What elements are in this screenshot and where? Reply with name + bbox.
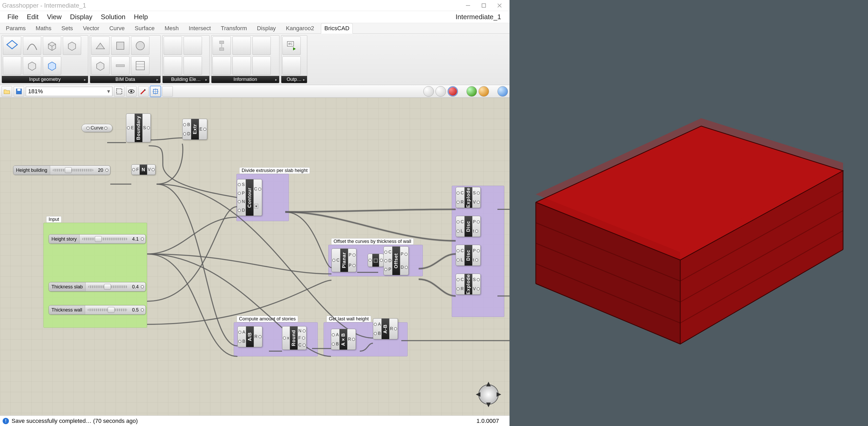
save-file-button[interactable]	[14, 86, 24, 97]
ribbon-btn-curve-param[interactable]	[23, 36, 41, 55]
canvas-viewport[interactable]: Input Divide extrusion per slab height O…	[0, 98, 509, 416]
preview-selected[interactable]	[466, 86, 477, 97]
component-negate[interactable]: F N V	[131, 164, 155, 175]
tab-kangaroo2[interactable]: Kangaroo2	[283, 23, 317, 33]
slider-height-building[interactable]: Height building 20	[13, 165, 110, 175]
svg-marker-27	[476, 392, 480, 397]
tab-sets[interactable]: Sets	[58, 23, 76, 33]
component-subtract[interactable]: AB A-B R	[373, 318, 398, 339]
ribbon-btn-info-a[interactable]	[213, 36, 231, 55]
component-explode-1-label: Explode	[466, 187, 471, 208]
tab-bricscad[interactable]: BricsCAD	[321, 23, 353, 34]
window-close-button[interactable]	[492, 0, 507, 11]
ribbon-btn-bim-filter[interactable]	[131, 36, 149, 55]
zoom-extents-button[interactable]	[114, 86, 124, 97]
ribbon-btn-out-settings[interactable]	[282, 57, 301, 75]
ribbon-btn-info-c[interactable]	[252, 36, 271, 55]
display-mode-shaded[interactable]	[447, 86, 458, 97]
ribbon-group-building-elements[interactable]: Building Ele…	[162, 76, 209, 83]
group-divide-label: Divide extrusion per slab height	[239, 167, 310, 174]
ribbon-btn-empty1[interactable]	[3, 57, 21, 75]
svg-marker-28	[497, 392, 501, 397]
ribbon-btn-bld-b[interactable]	[184, 36, 202, 55]
window-minimize-button[interactable]	[460, 0, 476, 11]
component-extrude[interactable]: B D Extr E	[182, 119, 207, 140]
preview-toggle-button[interactable]	[126, 86, 136, 97]
ribbon-group-information[interactable]: Information	[211, 76, 279, 83]
ribbon-btn-bld-a[interactable]	[164, 36, 182, 55]
menu-view[interactable]: View	[43, 11, 66, 23]
menu-file[interactable]: File	[3, 11, 23, 23]
tab-intersect[interactable]: Intersect	[185, 23, 214, 33]
tab-transform[interactable]: Transform	[218, 23, 250, 33]
ribbon: Input geometry BIM Data	[0, 34, 509, 85]
component-round[interactable]: x Round NFC	[282, 326, 307, 350]
component-division[interactable]: AB A/B R	[238, 326, 262, 347]
component-disc-2[interactable]: CL Disc Pt	[456, 245, 480, 266]
ribbon-btn-bim-profile[interactable]	[111, 57, 129, 75]
ribbon-btn-info-e[interactable]	[232, 57, 251, 75]
window-title: Grasshopper - Intermediate_1	[2, 2, 86, 9]
model-viewport[interactable]	[509, 0, 868, 426]
canvas-compass-icon[interactable]	[474, 380, 503, 409]
component-explode-2[interactable]: CR Explode SV	[456, 274, 480, 295]
menu-solution[interactable]: Solution	[97, 11, 130, 23]
slider-height-story[interactable]: Height story 4.1	[49, 234, 146, 244]
tab-surface[interactable]: Surface	[131, 23, 158, 33]
component-contour[interactable]: S P N D Contour C▾	[237, 179, 262, 216]
ribbon-btn-bim-table[interactable]	[131, 57, 149, 75]
preview-mesh-settings[interactable]	[478, 86, 489, 97]
display-mode-ghost[interactable]	[435, 86, 446, 97]
slider-thickness-slab-value: 0.4	[130, 284, 141, 290]
menu-display[interactable]: Display	[66, 11, 97, 23]
param-curve[interactable]: Curve	[82, 124, 113, 132]
component-multiply[interactable]: AB A×B R	[331, 329, 356, 350]
ribbon-btn-bld-c[interactable]	[164, 57, 182, 75]
ribbon-group-bim-data[interactable]: BIM Data	[90, 76, 160, 83]
open-file-button[interactable]	[2, 86, 12, 97]
ribbon-btn-bim-get[interactable]	[91, 36, 110, 55]
component-division-label: A/B	[247, 332, 253, 341]
svg-point-20	[130, 90, 132, 92]
ribbon-btn-mesh-param[interactable]	[23, 57, 41, 75]
document-preview-toggle[interactable]	[497, 86, 508, 97]
ribbon-btn-info-f[interactable]	[252, 57, 271, 75]
ribbon-btn-bim-info[interactable]	[91, 57, 110, 75]
ribbon-btn-bld-d[interactable]	[184, 57, 202, 75]
menu-help[interactable]: Help	[130, 11, 152, 23]
tab-params[interactable]: Params	[3, 23, 29, 33]
display-mode-wire[interactable]	[423, 86, 434, 97]
window-maximize-button[interactable]	[476, 0, 492, 11]
ribbon-btn-geom-param[interactable]	[43, 57, 61, 75]
status-message: Save successfully completed… (70 seconds…	[11, 418, 138, 424]
zoom-combobox[interactable]: 181%	[26, 87, 113, 96]
ribbon-btn-bim-set[interactable]	[111, 36, 129, 55]
component-explode-1[interactable]: CR Explode SV	[456, 187, 480, 208]
ribbon-btn-ifc-export[interactable]: IFC	[282, 36, 301, 55]
tab-curve[interactable]: Curve	[106, 23, 128, 33]
named-views-button[interactable]	[150, 86, 161, 97]
component-boundary[interactable]: E Boundary S	[126, 114, 151, 142]
sketch-button[interactable]	[138, 86, 149, 97]
port-out[interactable]	[104, 127, 107, 130]
ribbon-btn-brep-param[interactable]	[43, 36, 61, 55]
ribbon-btn-info-d[interactable]	[213, 57, 231, 75]
component-planar[interactable]: C Planar P P	[332, 248, 356, 272]
slider-thickness-wall[interactable]: Thickness wall 0.5	[49, 305, 146, 315]
ribbon-btn-surf-param[interactable]	[63, 36, 81, 55]
tab-mesh[interactable]: Mesh	[161, 23, 182, 33]
tab-vector[interactable]: Vector	[80, 23, 102, 33]
ribbon-group-output[interactable]: Outp…	[281, 76, 307, 83]
slider-thickness-slab[interactable]: Thickness slab 0.4	[49, 282, 146, 292]
component-offset[interactable]: C D P Offset P D	[383, 246, 409, 275]
tab-maths[interactable]: Maths	[33, 23, 55, 33]
menu-edit[interactable]: Edit	[23, 11, 43, 23]
ribbon-btn-point-param[interactable]	[3, 36, 21, 55]
component-relay[interactable]: ⬚	[368, 254, 384, 267]
component-disc-1[interactable]: CL Disc Pt	[456, 216, 480, 237]
cluster-button[interactable]	[162, 86, 173, 97]
tab-display[interactable]: Display	[254, 23, 279, 33]
port-in[interactable]	[86, 127, 90, 130]
ribbon-group-input-geometry[interactable]: Input geometry	[2, 76, 88, 83]
ribbon-btn-info-b[interactable]	[232, 36, 251, 55]
